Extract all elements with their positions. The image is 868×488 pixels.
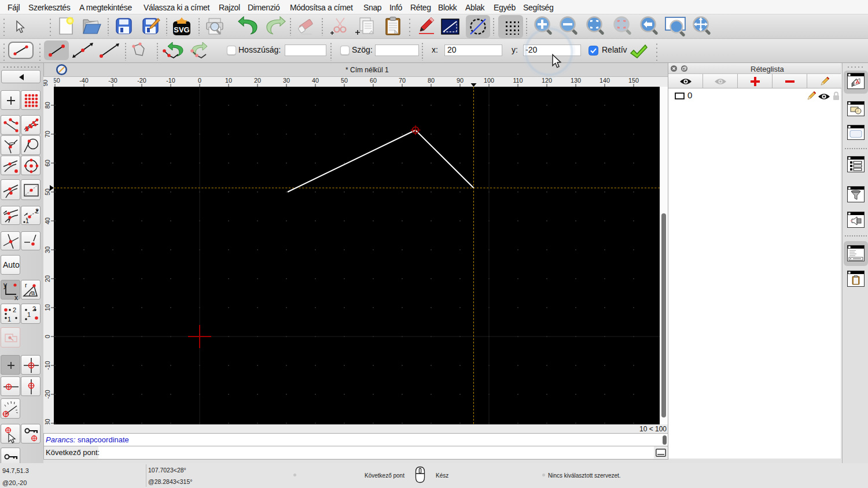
svg-text:140: 140 [599,77,610,84]
svg-text:10: 10 [44,304,51,311]
svg-text:-30: -30 [44,419,51,424]
svg-text:SVG: SVG [174,25,189,34]
svg-text:70: 70 [44,131,51,138]
svg-text:1: 1 [27,311,31,318]
svg-text:-50: -50 [54,77,60,84]
svg-text:20: 20 [254,77,261,84]
svg-text:1: 1 [8,316,11,323]
svg-text:x: x [14,294,18,300]
svg-text:80: 80 [428,77,435,84]
svg-text:70: 70 [399,77,406,84]
svg-text:110: 110 [513,77,523,84]
svg-text:1: 1 [25,217,29,224]
svg-text:50: 50 [44,188,51,195]
svg-text:-40: -40 [79,77,89,84]
svg-text:-20: -20 [137,77,146,84]
svg-text:90: 90 [43,79,49,86]
svg-text:-10: -10 [44,361,51,370]
svg-text:a: a [31,289,35,296]
svg-text:30: 30 [44,246,51,253]
svg-text:100: 100 [484,77,494,84]
svg-text:y: y [3,281,7,289]
svg-text:130: 130 [571,77,581,84]
svg-text:150: 150 [628,77,639,84]
svg-text:40: 40 [312,77,319,84]
svg-text:80: 80 [44,102,51,109]
svg-text:-30: -30 [108,77,117,84]
svg-text:2: 2 [32,305,36,312]
svg-text:r: r [25,282,27,289]
svg-text:60: 60 [44,160,51,167]
svg-text:0: 0 [198,77,201,84]
svg-text:-10: -10 [166,77,175,84]
svg-text:2: 2 [13,306,16,313]
svg-text:20: 20 [44,275,51,282]
svg-text:50: 50 [341,77,348,84]
svg-text:0: 0 [44,335,51,338]
svg-text:90: 90 [457,77,464,84]
svg-text:-20: -20 [44,390,51,399]
svg-text:60: 60 [370,77,377,84]
svg-text:40: 40 [44,217,51,224]
svg-text:10: 10 [225,77,232,84]
svg-text:30: 30 [283,77,290,84]
